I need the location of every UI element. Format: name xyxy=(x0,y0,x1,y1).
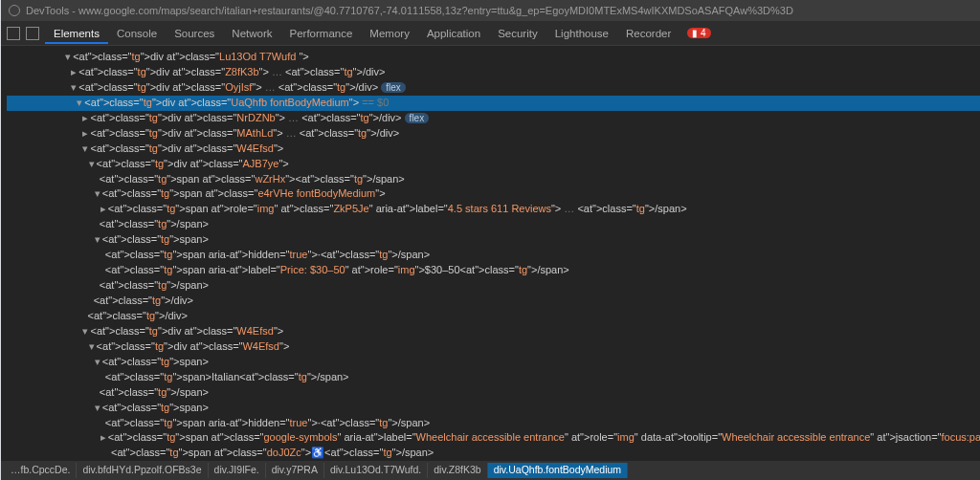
dom-line[interactable]: ▾<at">class="tg">span> xyxy=(7,355,980,370)
crumb[interactable]: div.UaQhfb.fontBodyMedium xyxy=(488,463,628,477)
dom-line[interactable]: ▾<at">class="tg">div at">class="UaQhfb f… xyxy=(7,96,980,111)
dom-line[interactable]: ▾<at">class="tg">div at">class="W4Efsd"> xyxy=(7,142,980,157)
crumb[interactable]: div.y7PRA xyxy=(266,463,324,477)
tab-security[interactable]: Security xyxy=(489,23,546,44)
tab-application[interactable]: Application xyxy=(418,23,489,44)
crumb[interactable]: div.Lu13Od.T7Wufd. xyxy=(324,463,428,477)
dom-line[interactable]: ▸<at">class="tg">span at">class="google-… xyxy=(7,430,980,446)
dom-line[interactable]: <at">class="tg">/span> xyxy=(7,385,980,401)
dom-line[interactable]: ▾<at">class="tg">div at">class="AJB7ye"> xyxy=(7,157,980,172)
devtools-titlebar: DevTools - www.google.com/maps/search/it… xyxy=(1,0,980,21)
tab-lighthouse[interactable]: Lighthouse xyxy=(546,23,617,44)
dom-line[interactable]: <at">class="tg">/div> xyxy=(7,309,980,324)
dom-line[interactable]: <at">class="tg">span at">class="wZrHx"><… xyxy=(7,172,980,187)
chrome-icon xyxy=(9,5,20,16)
dom-line[interactable]: ▾<at">class="tg">span at">class="e4rVHe … xyxy=(7,186,980,202)
dom-line[interactable]: ▾<at">class="tg">div at">class="W4Efsd"> xyxy=(7,339,980,355)
dom-line[interactable]: <at">class="tg">span>Italian<at">class="… xyxy=(7,370,980,385)
dom-line[interactable]: <at">class="tg">/span> xyxy=(7,217,980,232)
dom-line[interactable]: <at">class="tg">span aria-at">label="Pri… xyxy=(7,263,980,278)
breadcrumb[interactable]: …fb.CpccDe.div.bfdHYd.Ppzolf.OFBs3ediv.J… xyxy=(1,461,980,480)
dom-line[interactable]: ▾<at">class="tg">div at">class="Lu13Od T… xyxy=(7,50,980,65)
dom-line[interactable]: ▾<at">class="tg">div at">class="W4Efsd"> xyxy=(7,324,980,339)
dom-line[interactable]: ▸<at">class="tg">div at">class="MAthLd">… xyxy=(7,126,980,142)
tab-memory[interactable]: Memory xyxy=(361,23,418,44)
dom-line[interactable]: <at">class="tg">/div> xyxy=(7,294,980,309)
dom-line[interactable]: ▸<at">class="tg">span at">role="img" at"… xyxy=(7,202,980,217)
crumb[interactable]: …fb.CpccDe. xyxy=(5,463,77,477)
crumb[interactable]: div.JI9lFe. xyxy=(209,463,266,477)
dom-line[interactable]: ▾<at">class="tg">div at">class="OyjIsf">… xyxy=(7,80,980,96)
dom-line[interactable]: ▾<at">class="tg">span> xyxy=(7,232,980,248)
devtools-window: DevTools - www.google.com/maps/search/it… xyxy=(1,0,980,480)
tab-network[interactable]: Network xyxy=(223,23,280,44)
tab-performance[interactable]: Performance xyxy=(281,23,362,44)
crumb[interactable]: div.bfdHYd.Ppzolf.OFBs3e xyxy=(77,463,208,477)
error-badge[interactable]: ▮ 4 xyxy=(687,28,710,38)
inspect-icon[interactable] xyxy=(7,27,20,40)
tab-recorder[interactable]: Recorder xyxy=(617,23,679,44)
crumb[interactable]: div.Z8fK3b xyxy=(428,463,487,477)
tab-console[interactable]: Console xyxy=(108,23,166,44)
tab-sources[interactable]: Sources xyxy=(166,23,223,44)
dom-line[interactable]: ▸<at">class="tg">div at">class="NrDZNb">… xyxy=(7,111,980,126)
dom-line[interactable]: ▾<at">class="tg">span> xyxy=(7,401,980,416)
dom-line[interactable]: <at">class="tg">/span> xyxy=(7,278,980,294)
dom-line[interactable]: ▸<at">class="tg">div at">class="Z8fK3b">… xyxy=(7,65,980,80)
devtools-tabs: ElementsConsoleSourcesNetworkPerformance… xyxy=(1,21,980,46)
dom-line[interactable]: <at">class="tg">span aria-at">hidden="tr… xyxy=(7,416,980,431)
device-icon[interactable] xyxy=(26,27,39,40)
dom-tree[interactable]: ▾<at">class="tg">div at">class="Lu13Od T… xyxy=(1,46,980,480)
tab-elements[interactable]: Elements xyxy=(45,23,108,44)
dom-line[interactable]: <at">class="tg">span at">class="doJ0Zc">… xyxy=(7,446,980,461)
devtools-title: DevTools - www.google.com/maps/search/it… xyxy=(26,5,980,16)
dom-line[interactable]: <at">class="tg">span aria-at">hidden="tr… xyxy=(7,248,980,263)
